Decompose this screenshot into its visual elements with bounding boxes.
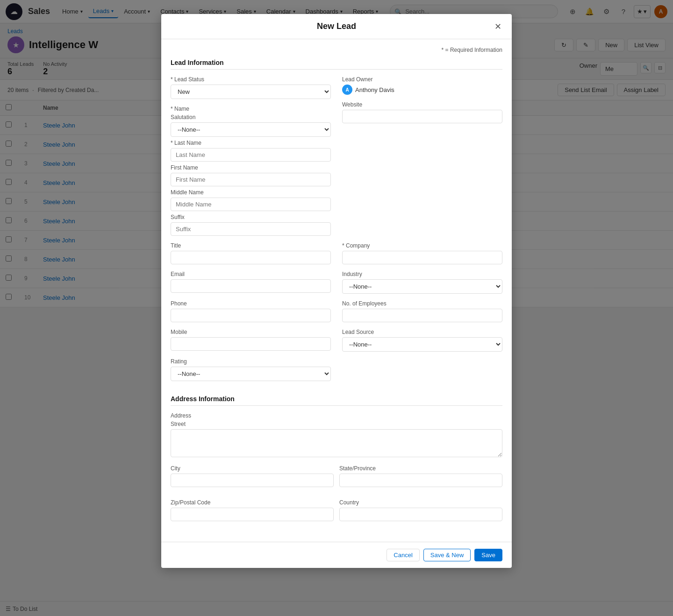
lead-info-form-2: Title * Company Email Industry --None-- …: [171, 242, 502, 307]
salutation-label: Salutation: [171, 114, 331, 120]
lead-owner-group: Lead Owner A Anthony Davis: [342, 76, 502, 95]
first-name-input[interactable]: [171, 173, 331, 186]
no-of-employees-label: No. of Employees: [342, 300, 502, 307]
industry-group: Industry --None-- Agriculture Banking Te…: [342, 271, 502, 294]
modal-overlay: New Lead ✕ * = Required Information Lead…: [0, 0, 673, 307]
title-input[interactable]: [171, 251, 331, 264]
last-name-input[interactable]: [171, 148, 331, 162]
website-group: Website: [342, 101, 502, 123]
name-subfields: Salutation --None-- Mr. Ms. Mrs. Dr.: [171, 114, 331, 236]
modal-header: New Lead ✕: [161, 14, 512, 39]
company-label: * Company: [342, 242, 502, 249]
industry-select[interactable]: --None-- Agriculture Banking Technology: [342, 279, 502, 294]
email-label: Email: [171, 271, 331, 277]
lead-status-label: * Lead Status: [171, 76, 331, 83]
website-label: Website: [342, 101, 502, 108]
title-label: Title: [171, 242, 331, 249]
new-lead-modal: New Lead ✕ * = Required Information Lead…: [161, 14, 512, 307]
email-group: Email: [171, 271, 331, 294]
owner-display: A Anthony Davis: [342, 85, 502, 95]
owner-avatar: A: [342, 85, 352, 95]
salutation-select[interactable]: --None-- Mr. Ms. Mrs. Dr.: [171, 122, 331, 137]
required-note: * = Required Information: [171, 47, 502, 53]
lead-status-select[interactable]: New Working Nurturing Unqualified Qualif…: [171, 85, 331, 99]
modal-body: * = Required Information Lead Informatio…: [161, 39, 512, 307]
name-group: * Name Salutation --None-- Mr. Ms. Mrs. …: [171, 106, 331, 236]
website-input[interactable]: [342, 110, 502, 123]
company-group: * Company: [342, 242, 502, 264]
email-input[interactable]: [171, 279, 331, 293]
suffix-label: Suffix: [171, 214, 331, 220]
no-of-employees-group: No. of Employees: [342, 300, 502, 307]
lead-status-group: * Lead Status New Working Nurturing Unqu…: [171, 76, 331, 99]
lead-owner-label: Lead Owner: [342, 76, 502, 83]
owner-name: Anthony Davis: [355, 86, 394, 93]
name-label: * Name: [171, 106, 331, 112]
close-button[interactable]: ✕: [491, 20, 504, 33]
middle-name-label: Middle Name: [171, 189, 331, 196]
first-name-label: First Name: [171, 164, 331, 171]
lead-info-section-title: Lead Information: [171, 59, 502, 70]
industry-label: Industry: [342, 271, 502, 277]
title-group: Title: [171, 242, 331, 264]
phone-label: Phone: [171, 300, 331, 307]
middle-name-input[interactable]: [171, 198, 331, 211]
last-name-label: * Last Name: [171, 140, 331, 146]
modal-title: New Lead: [317, 21, 356, 31]
suffix-input[interactable]: [171, 222, 331, 236]
company-input[interactable]: [342, 251, 502, 264]
lead-info-form: * Lead Status New Working Nurturing Unqu…: [171, 76, 502, 242]
phone-group: Phone: [171, 300, 331, 307]
